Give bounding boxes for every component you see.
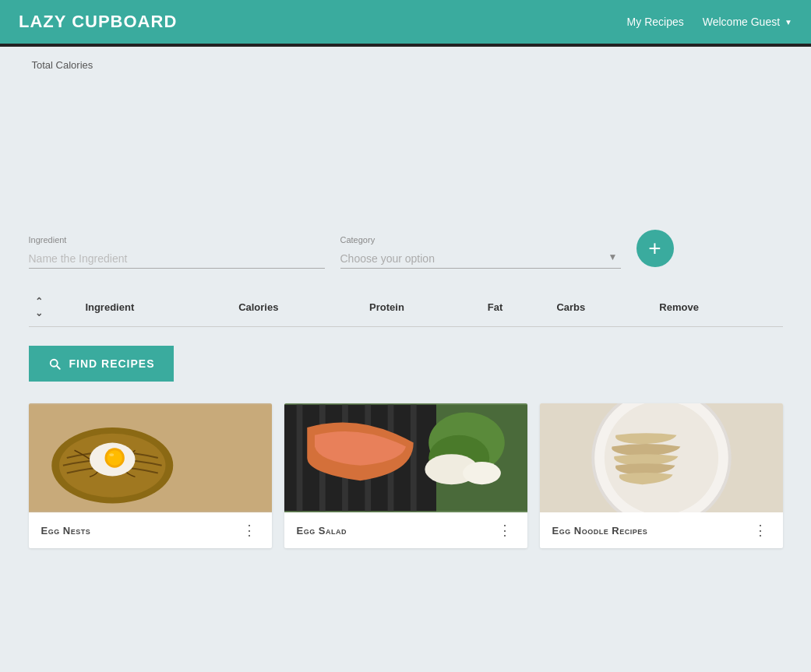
add-ingredient-button[interactable]: + — [636, 230, 674, 267]
category-select-wrapper: Choose your option Vegetables Fruits Mea… — [340, 249, 621, 269]
table-protein-header: Protein — [363, 287, 481, 327]
svg-point-19 — [463, 462, 501, 484]
total-calories-label: Total Calories — [29, 59, 783, 71]
find-recipes-label: Find Recipes — [69, 357, 155, 370]
recipe-card-egg-nests-menu[interactable]: ⋮ — [239, 522, 259, 539]
main-content: Total Calories Ingredient Category Choos… — [16, 47, 795, 548]
app-title: Lazy Cupboard — [19, 12, 177, 32]
category-form-group: Category Choose your option Vegetables F… — [340, 235, 621, 269]
category-label: Category — [340, 235, 621, 245]
table-remove-header: Remove — [653, 287, 782, 327]
table-toggle-col: ⌃⌄ — [29, 287, 79, 327]
recipe-card-egg-noodle-menu[interactable]: ⋮ — [750, 522, 770, 539]
ingredient-input[interactable] — [29, 249, 325, 269]
search-icon — [48, 357, 62, 371]
my-recipes-link[interactable]: My Recipes — [627, 16, 684, 28]
svg-point-5 — [107, 450, 122, 466]
recipe-card-egg-noodle-footer: Egg Noodle Recipes ⋮ — [540, 512, 783, 548]
find-recipes-button[interactable]: Find Recipes — [29, 346, 174, 382]
ingredient-table: ⌃⌄ Ingredient Calories Protein Fat Carbs… — [29, 287, 783, 327]
table-calories-header: Calories — [232, 287, 363, 327]
chevron-down-icon: ▼ — [785, 18, 792, 26]
recipe-card-egg-nests[interactable]: Egg Nests ⋮ — [29, 403, 272, 548]
user-menu[interactable]: Welcome Guest ▼ — [703, 16, 792, 28]
recipe-card-egg-salad-title: Egg Salad — [297, 525, 347, 537]
recipe-card-egg-salad-menu[interactable]: ⋮ — [495, 522, 515, 539]
ingredient-label: Ingredient — [29, 235, 325, 245]
category-select[interactable]: Choose your option Vegetables Fruits Mea… — [340, 249, 621, 269]
recipe-card-egg-noodle-title: Egg Noodle Recipes — [552, 525, 648, 537]
recipe-card-egg-salad-footer: Egg Salad ⋮ — [284, 512, 527, 548]
recipe-card-egg-nests-image — [29, 403, 272, 512]
table-ingredient-header: Ingredient — [79, 287, 232, 327]
svg-point-6 — [109, 453, 114, 456]
recipe-card-egg-noodle-image — [540, 403, 783, 512]
chart-area — [29, 77, 783, 217]
ingredient-form-group: Ingredient — [29, 235, 325, 269]
recipe-card-egg-salad[interactable]: Egg Salad ⋮ — [284, 403, 527, 548]
welcome-label: Welcome Guest — [703, 16, 780, 28]
table-carbs-header: Carbs — [550, 287, 653, 327]
header: Lazy Cupboard My Recipes Welcome Guest ▼ — [0, 0, 811, 44]
recipe-card-egg-nests-footer: Egg Nests ⋮ — [29, 512, 272, 548]
recipe-card-egg-noodle[interactable]: Egg Noodle Recipes ⋮ — [540, 403, 783, 548]
add-icon: + — [648, 236, 661, 261]
recipe-cards-grid: Egg Nests ⋮ — [29, 403, 783, 548]
recipe-card-egg-salad-image — [284, 403, 527, 512]
table-fat-header: Fat — [481, 287, 551, 327]
toggle-icon[interactable]: ⌃⌄ — [35, 296, 43, 318]
recipe-card-egg-nests-title: Egg Nests — [41, 525, 91, 537]
header-nav: My Recipes Welcome Guest ▼ — [627, 16, 792, 28]
ingredient-form: Ingredient Category Choose your option V… — [29, 217, 783, 287]
